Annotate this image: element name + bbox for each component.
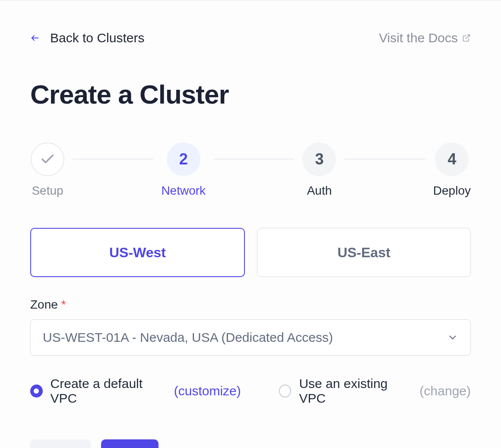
step-circle-deploy: 4 [435, 142, 469, 176]
region-label: US-West [109, 245, 166, 261]
region-label: US-East [337, 245, 390, 261]
step-label-auth: Auth [307, 184, 332, 198]
step-setup: Setup [30, 142, 65, 198]
step-divider [73, 159, 153, 159]
check-icon [40, 151, 55, 167]
visit-docs-link[interactable]: Visit the Docs [379, 31, 471, 45]
region-us-west[interactable]: US-West [30, 228, 245, 277]
vpc-change-link[interactable]: (change) [420, 384, 471, 398]
vpc-create-default[interactable]: Create a default VPC (customize) [30, 376, 241, 406]
step-circle-auth: 3 [302, 142, 336, 176]
radio-checked-icon [30, 385, 43, 398]
form-actions: Back Next [30, 439, 471, 448]
zone-selected-value: US-WEST-01A - Nevada, USA (Dedicated Acc… [43, 330, 333, 345]
step-circle-setup [31, 142, 64, 176]
arrow-left-icon [30, 33, 40, 43]
next-button[interactable]: Next [101, 439, 159, 448]
step-auth: 3 Auth [302, 142, 336, 198]
zone-select[interactable]: US-WEST-01A - Nevada, USA (Dedicated Acc… [30, 319, 471, 356]
step-network: 2 Network [161, 142, 206, 198]
progress-stepper: Setup 2 Network 3 Auth 4 Deploy [30, 142, 471, 198]
step-divider [213, 159, 294, 159]
zone-field-label: Zone * [30, 298, 471, 312]
radio-unchecked-icon [279, 385, 292, 398]
docs-link-label: Visit the Docs [379, 31, 458, 45]
back-button[interactable]: Back [30, 439, 91, 448]
vpc-customize-link[interactable]: (customize) [174, 384, 241, 398]
step-deploy: 4 Deploy [433, 142, 471, 198]
step-divider [344, 159, 425, 159]
back-link-label: Back to Clusters [50, 31, 144, 45]
step-circle-network: 2 [167, 142, 200, 176]
region-us-east[interactable]: US-East [257, 228, 471, 277]
svg-line-1 [466, 35, 469, 39]
vpc-use-existing[interactable]: Use an existing VPC (change) [279, 376, 471, 406]
step-label-network: Network [161, 184, 206, 198]
page-title: Create a Cluster [30, 79, 471, 110]
vpc-create-label: Create a default VPC [51, 376, 166, 406]
back-to-clusters-link[interactable]: Back to Clusters [30, 31, 144, 45]
top-nav: Back to Clusters Visit the Docs [30, 31, 471, 45]
vpc-use-label: Use an existing VPC [299, 376, 412, 406]
step-label-setup: Setup [32, 184, 63, 198]
chevron-down-icon [447, 332, 458, 343]
zone-label-text: Zone [30, 298, 58, 312]
external-link-icon [462, 34, 471, 42]
required-asterisk-icon: * [61, 298, 66, 312]
step-label-deploy: Deploy [433, 184, 471, 198]
region-selector: US-West US-East [30, 228, 471, 277]
vpc-options: Create a default VPC (customize) Use an … [30, 376, 471, 406]
